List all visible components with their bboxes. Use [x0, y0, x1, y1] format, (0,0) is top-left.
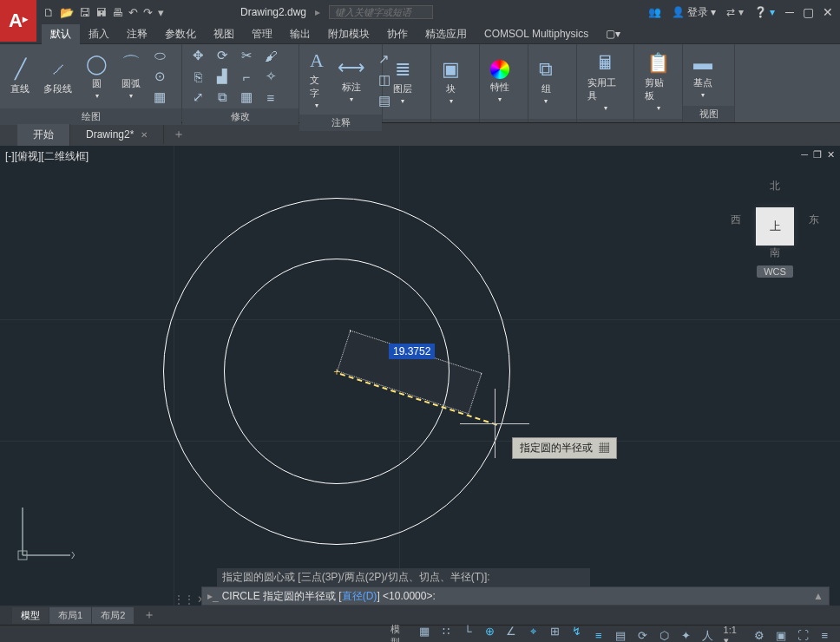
sb-ortho-icon[interactable]: └: [457, 623, 477, 640]
base-button[interactable]: ▬基点▾: [688, 49, 718, 102]
offset-icon[interactable]: ≡: [260, 88, 281, 107]
viewport-label[interactable]: [-][俯视][二维线框]: [5, 149, 89, 164]
save-icon[interactable]: 🖫: [79, 6, 90, 19]
drawing-viewport[interactable]: [-][俯视][二维线框] ─ ❐ ✕ ＋ 19.3752 指定圆的半径或 ▦ …: [0, 146, 840, 606]
sb-polar-icon[interactable]: ⊕: [480, 623, 500, 640]
add-layout-button[interactable]: ＋: [135, 607, 164, 623]
vp-minimize-icon[interactable]: ─: [801, 149, 808, 160]
plot-icon[interactable]: 🖶: [112, 6, 123, 19]
search-input[interactable]: [329, 5, 433, 19]
sb-scale[interactable]: 1:1 ▾: [720, 625, 748, 642]
sb-wcs-icon[interactable]: ⬡: [654, 627, 674, 643]
add-tab-button[interactable]: ＋: [164, 127, 194, 142]
exchange-icon[interactable]: ⇄ ▾: [726, 6, 743, 18]
sb-iso-icon[interactable]: ∠: [502, 623, 522, 640]
share-icon[interactable]: 👥: [648, 6, 661, 18]
minimize-button[interactable]: ─: [785, 5, 794, 19]
undo-icon[interactable]: ↶: [128, 6, 138, 19]
sb-clean-icon[interactable]: ⛶: [793, 627, 813, 643]
view-cube[interactable]: 北 南 西 东 上 WCS: [727, 180, 823, 302]
rotate-icon[interactable]: ⟳: [212, 46, 233, 65]
sb-gear-icon[interactable]: ⚙: [749, 627, 769, 643]
close-icon[interactable]: ✕: [141, 130, 148, 140]
copy-icon[interactable]: ⎘: [187, 67, 208, 86]
new-icon[interactable]: 🗋: [43, 6, 55, 19]
group-button[interactable]: ⧉组▾: [534, 55, 558, 108]
array-icon[interactable]: ▦: [236, 88, 257, 107]
panel-view-title[interactable]: 视图: [683, 106, 734, 122]
login-link[interactable]: 👤 登录 ▾: [672, 5, 717, 20]
sb-cycle-icon[interactable]: ⟳: [633, 627, 653, 643]
sb-custom-icon[interactable]: ≡: [815, 627, 835, 643]
sb-grid-icon[interactable]: ▦: [414, 623, 434, 640]
dynamic-input[interactable]: 19.3752: [389, 344, 435, 359]
sb-track-icon[interactable]: ⊞: [545, 623, 565, 640]
tab-featured[interactable]: 精选应用: [417, 24, 476, 44]
trim-icon[interactable]: ✂: [236, 46, 257, 65]
tab-parametric[interactable]: 参数化: [156, 24, 205, 44]
tab-default[interactable]: 默认: [42, 24, 80, 44]
draw-small-1[interactable]: ⬭: [149, 46, 170, 65]
sb-lw-icon[interactable]: ≡: [588, 627, 608, 643]
explode-icon[interactable]: ✧: [260, 67, 281, 86]
erase-icon[interactable]: 🖌: [260, 46, 281, 65]
props-button[interactable]: 特性▾: [485, 56, 515, 107]
draw-small-3[interactable]: ▦: [149, 88, 170, 107]
maximize-button[interactable]: ▢: [803, 5, 814, 19]
vp-restore-icon[interactable]: ❐: [813, 149, 822, 160]
sb-osnap-icon[interactable]: ⌖: [523, 623, 543, 640]
tab-insert[interactable]: 插入: [80, 24, 118, 44]
layout2-tab[interactable]: 布局2: [92, 607, 134, 624]
text-button[interactable]: A文字▾: [305, 46, 329, 113]
app-logo[interactable]: A▸: [0, 0, 36, 42]
open-icon[interactable]: 📂: [60, 6, 74, 19]
file-tab-drawing[interactable]: Drawing2*✕: [70, 125, 164, 144]
panel-annotate-title[interactable]: 注释: [299, 115, 382, 131]
fillet-icon[interactable]: ⌐: [236, 67, 257, 86]
tab-comsol[interactable]: COMSOL Multiphysics: [476, 25, 597, 43]
move-icon[interactable]: ✥: [187, 46, 208, 65]
command-line[interactable]: ▸_ CIRCLE 指定圆的半径或 [直径(D)] <10.0000>: ▲: [201, 586, 830, 606]
line-button[interactable]: ╱直线: [5, 55, 35, 99]
clip-button[interactable]: 📋剪贴板▾: [640, 49, 677, 115]
mirror-icon[interactable]: ▟: [212, 67, 233, 86]
vp-close-icon[interactable]: ✕: [827, 149, 835, 160]
block-button[interactable]: ▣块▾: [436, 55, 465, 108]
tab-annotate[interactable]: 注释: [118, 24, 156, 44]
cube-top-face[interactable]: 上: [756, 207, 794, 246]
arc-button[interactable]: ⌒圆弧▾: [116, 49, 146, 103]
model-tab[interactable]: 模型: [12, 607, 49, 624]
draw-small-2[interactable]: ⊙: [149, 67, 170, 86]
wcs-badge[interactable]: WCS: [757, 265, 793, 278]
sb-snap-icon[interactable]: ∷: [436, 623, 456, 640]
polyline-button[interactable]: ⟋多段线: [38, 55, 77, 99]
tab-output[interactable]: 输出: [281, 24, 319, 44]
sb-model[interactable]: 模型: [387, 623, 412, 643]
qat-more-icon[interactable]: ▾: [158, 6, 164, 19]
saveas-icon[interactable]: 🖬: [95, 6, 107, 19]
sb-trans-icon[interactable]: ▤: [610, 627, 630, 643]
redo-icon[interactable]: ↷: [143, 6, 153, 19]
tab-extra[interactable]: ▢▾: [597, 25, 629, 43]
file-tab-start[interactable]: 开始: [17, 124, 70, 146]
tab-view[interactable]: 视图: [205, 24, 243, 44]
sb-annscale-icon[interactable]: 人: [698, 627, 718, 643]
panel-draw-title[interactable]: 绘图: [0, 108, 181, 125]
dim-button[interactable]: ⟷标注▾: [332, 53, 371, 107]
tab-collab[interactable]: 协作: [378, 24, 417, 44]
layer-button[interactable]: ≣图层▾: [388, 55, 417, 108]
sb-max-icon[interactable]: ▣: [771, 627, 791, 643]
layout1-tab[interactable]: 布局1: [49, 607, 91, 624]
tab-addins[interactable]: 附加模块: [319, 24, 378, 44]
cmdline-arrow-icon[interactable]: ▲: [813, 590, 824, 602]
scale-icon[interactable]: ⧉: [212, 88, 233, 107]
panel-modify-title[interactable]: 修改: [182, 108, 299, 125]
circle-button[interactable]: ◯圆▾: [81, 49, 113, 103]
stretch-icon[interactable]: ⤢: [187, 88, 208, 107]
close-button[interactable]: ✕: [823, 5, 833, 19]
sb-ann-icon[interactable]: ✦: [676, 627, 696, 643]
sb-dyn-icon[interactable]: ↯: [567, 623, 587, 640]
util-button[interactable]: 🖩实用工具▾: [582, 49, 628, 115]
help-icon[interactable]: ❔ ▾: [754, 6, 775, 18]
tab-manage[interactable]: 管理: [243, 24, 281, 44]
